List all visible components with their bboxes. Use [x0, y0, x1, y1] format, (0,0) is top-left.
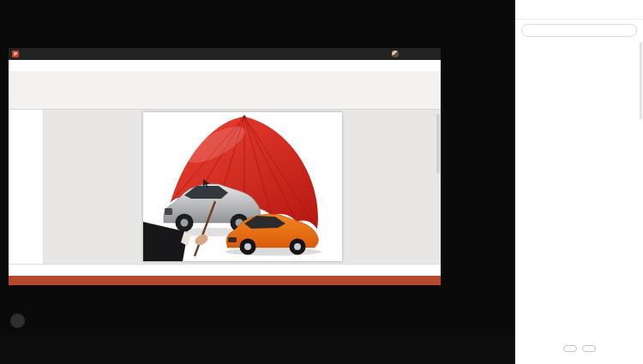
participants-list [515, 39, 643, 337]
ribbon [9, 71, 441, 110]
search-icon [526, 27, 532, 33]
ribbon-tabs [9, 60, 441, 71]
pencil-icon [14, 317, 21, 325]
window-controls [402, 51, 437, 57]
accessibility-icon [34, 277, 40, 283]
kasko-slide-graphic [143, 112, 342, 261]
search-input[interactable] [535, 27, 632, 34]
powerpoint-statusbar [9, 276, 441, 285]
book-icon [21, 277, 27, 283]
panel-close-icon[interactable] [634, 5, 641, 13]
start-slideshow-icon[interactable] [47, 51, 53, 57]
invite-button[interactable] [563, 345, 577, 352]
annotate-button[interactable] [10, 313, 25, 328]
list-scrollbar[interactable] [640, 42, 642, 119]
slide-canvas [44, 110, 441, 264]
participants-footer [515, 337, 643, 364]
redo-icon[interactable] [39, 51, 45, 57]
save-icon[interactable] [21, 51, 27, 57]
canvas-scrollbar[interactable] [436, 114, 440, 174]
popout-icon[interactable] [620, 5, 628, 13]
undo-icon[interactable] [30, 51, 36, 57]
participants-header [515, 0, 643, 20]
meeting-app-window: P [0, 0, 643, 364]
account-avatar[interactable] [392, 51, 399, 57]
unmute-button[interactable] [582, 345, 596, 352]
restore-icon[interactable] [414, 51, 425, 57]
powerpoint-titlebar: P [9, 48, 441, 60]
powerpoint-window: P [9, 48, 441, 285]
slide-11[interactable] [143, 112, 342, 261]
slide-thumbnail-panel [9, 110, 44, 264]
participants-panel [514, 0, 643, 364]
quick-access-toolbar: P [12, 51, 53, 57]
participant-search[interactable] [521, 24, 637, 37]
meeting-toolbar [0, 334, 514, 364]
warning-icon [379, 51, 385, 57]
minimize-icon[interactable] [402, 51, 413, 57]
language-status[interactable] [21, 277, 28, 283]
powerpoint-logo-icon: P [12, 51, 19, 57]
titlebar-account [379, 51, 437, 57]
accessibility-status[interactable] [34, 277, 42, 283]
notes-bar[interactable] [9, 264, 441, 276]
close-icon[interactable] [426, 51, 437, 57]
